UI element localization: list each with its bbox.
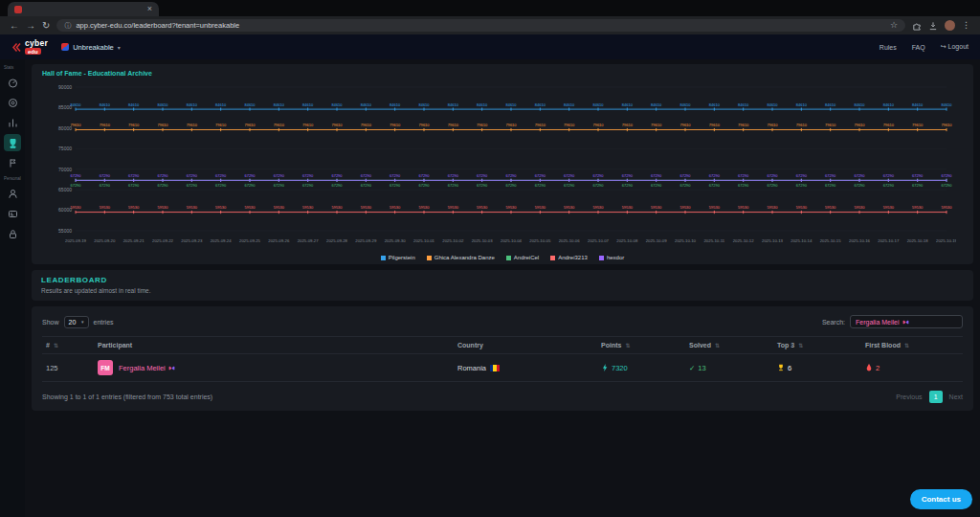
svg-text:2025-09-21: 2025-09-21 <box>123 238 145 243</box>
pagination-page-1[interactable]: 1 <box>929 391 943 403</box>
search-label: Search: <box>822 319 845 326</box>
svg-text:2025-10-18: 2025-10-18 <box>907 238 929 243</box>
svg-text:59530: 59530 <box>390 205 401 210</box>
sort-icon: ⇅ <box>54 343 58 348</box>
svg-text:79610: 79610 <box>100 123 111 127</box>
col-rank[interactable]: #⇅ <box>42 337 94 354</box>
contact-us-button[interactable]: Contact us <box>910 489 972 509</box>
sidebar-item-profile[interactable] <box>4 185 21 202</box>
target-icon <box>8 98 18 108</box>
nav-logout[interactable]: ↪ Logout <box>941 43 969 51</box>
leaderboard-table: #⇅ Participant Country Points⇅ Solved⇅ T… <box>42 336 963 382</box>
svg-text:84610: 84610 <box>535 102 546 107</box>
col-country[interactable]: Country <box>454 337 597 354</box>
hall-of-fame-chart: 5500060000650007000075000800008500090000… <box>41 79 956 250</box>
svg-text:59530: 59530 <box>912 205 924 210</box>
svg-text:59530: 59530 <box>331 205 343 210</box>
svg-text:59530: 59530 <box>854 205 865 210</box>
svg-text:79610: 79610 <box>883 123 895 127</box>
legend-item[interactable]: Andrei3213 <box>550 255 588 260</box>
svg-text:67290: 67290 <box>912 183 924 188</box>
brand-badge: edu <box>25 48 41 55</box>
svg-text:67290: 67290 <box>825 183 836 188</box>
site-info-icon[interactable]: ⓘ <box>64 21 71 31</box>
svg-text:59530: 59530 <box>274 205 285 210</box>
svg-text:67290: 67290 <box>941 183 952 188</box>
svg-text:2025-09-20: 2025-09-20 <box>94 238 116 243</box>
svg-text:59530: 59530 <box>941 205 952 210</box>
page-title: Hall of Fame - Educational Archive <box>42 70 964 77</box>
svg-text:67290: 67290 <box>390 183 401 188</box>
svg-text:2025-09-26: 2025-09-26 <box>268 238 290 243</box>
brand-chevrons-icon <box>11 42 22 53</box>
sidebar-item-ctf[interactable] <box>4 154 21 171</box>
flag-icon <box>8 158 18 169</box>
nav-faq[interactable]: FAQ <box>912 44 925 51</box>
svg-text:79610: 79610 <box>128 123 140 127</box>
browser-profile-avatar[interactable] <box>945 20 955 31</box>
sidebar-item-security[interactable] <box>4 225 21 242</box>
reload-icon[interactable]: ↻ <box>42 21 50 31</box>
svg-text:67290: 67290 <box>651 183 662 188</box>
sidebar-item-account[interactable] <box>4 205 21 222</box>
cyberedu-logo[interactable]: cyber edu <box>11 39 48 56</box>
tab-close-icon[interactable]: × <box>147 5 152 13</box>
participant-name[interactable]: Fergalia Meilei <box>119 364 175 372</box>
svg-text:67290: 67290 <box>709 173 721 178</box>
svg-text:84610: 84610 <box>70 102 81 107</box>
svg-text:75000: 75000 <box>58 146 72 151</box>
sidebar-item-dashboard[interactable] <box>4 74 21 91</box>
svg-text:84610: 84610 <box>767 102 778 107</box>
svg-text:59530: 59530 <box>302 205 314 210</box>
tenant-logo-icon <box>61 43 69 51</box>
browser-menu-icon[interactable]: ⋮ <box>962 21 970 30</box>
svg-text:79610: 79610 <box>535 123 546 127</box>
back-icon[interactable]: ← <box>10 21 19 31</box>
bookmark-star-icon[interactable]: ☆ <box>890 21 898 30</box>
legend-item[interactable]: Pilgerstein <box>381 255 415 260</box>
tenant-dropdown[interactable]: Unbreakable ▾ <box>61 43 121 52</box>
legend-item[interactable]: AndreiCel <box>506 255 539 260</box>
svg-text:59530: 59530 <box>651 205 662 210</box>
id-card-icon <box>8 209 18 219</box>
table-row[interactable]: 125 FM Fergalia Meilei <box>42 354 963 382</box>
pagination-previous[interactable]: Previous <box>896 393 922 400</box>
svg-text:2025-09-29: 2025-09-29 <box>355 238 377 243</box>
svg-text:67290: 67290 <box>854 183 865 188</box>
pagination-next[interactable]: Next <box>949 393 963 400</box>
nav-rules[interactable]: Rules <box>880 44 897 51</box>
search-input[interactable]: Fergalia Meilei <box>850 315 963 328</box>
tenant-name: Unbreakable <box>73 43 114 52</box>
svg-text:2025-10-05: 2025-10-05 <box>529 238 551 243</box>
page-size-select[interactable]: 20 ▾ <box>64 316 89 328</box>
url-bar[interactable]: ⓘ app.cyber-edu.co/leaderboard?tenant=un… <box>56 19 905 32</box>
legend-item[interactable]: hexdor <box>599 255 624 260</box>
svg-text:59530: 59530 <box>505 205 517 210</box>
lock-icon <box>8 229 18 239</box>
col-first-blood[interactable]: First Blood⇅ <box>861 337 963 354</box>
svg-text:79610: 79610 <box>70 123 81 127</box>
butterfly-icon <box>902 319 909 326</box>
svg-text:84610: 84610 <box>564 102 575 107</box>
sidebar-item-challenges[interactable] <box>4 94 21 111</box>
sort-icon: ⇅ <box>798 343 803 348</box>
country-cell: Romania <box>457 364 593 372</box>
logout-icon: ↪ <box>941 43 947 50</box>
trophy-icon <box>777 364 785 371</box>
sidebar-item-leaderboard[interactable] <box>4 134 21 151</box>
sidebar-item-statistics[interactable] <box>4 114 21 131</box>
svg-text:84610: 84610 <box>448 102 459 107</box>
col-points[interactable]: Points⇅ <box>597 337 685 354</box>
browser-tab[interactable]: × <box>8 2 159 16</box>
extensions-icon[interactable] <box>912 21 922 31</box>
forward-icon[interactable]: → <box>26 21 35 31</box>
col-top3[interactable]: Top 3⇅ <box>773 337 861 354</box>
svg-text:67290: 67290 <box>941 173 952 178</box>
legend-item[interactable]: Ghica Alexandra Danze <box>427 255 495 260</box>
points-cell: 7320 <box>601 364 681 372</box>
svg-text:67290: 67290 <box>187 173 198 178</box>
col-participant[interactable]: Participant <box>94 337 454 354</box>
download-icon[interactable] <box>928 21 938 31</box>
col-solved[interactable]: Solved⇅ <box>685 337 773 354</box>
leaderboard-title: LEADERBOARD <box>41 276 964 284</box>
